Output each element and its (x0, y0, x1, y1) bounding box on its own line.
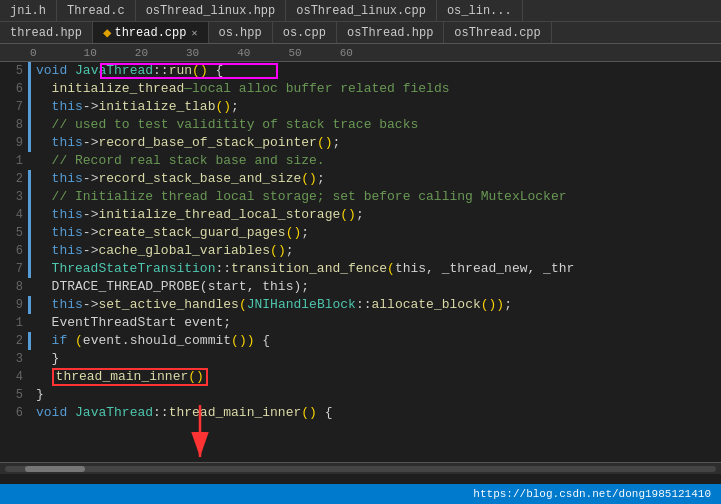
code-area: 5 void JavaThread::run() { 6 initialize_… (0, 62, 721, 462)
tab-label: Thread.c (67, 4, 125, 18)
tab-label: os_lin... (447, 4, 512, 18)
code-line-7: 7 this->initialize_tlab(); (0, 98, 721, 116)
line-content: if (event.should_commit()) { (31, 332, 270, 350)
code-line-11: 2 this->record_stack_base_and_size(); (0, 170, 721, 188)
line-number: 5 (0, 62, 28, 80)
line-content: // Initialize thread local storage; set … (31, 188, 567, 206)
line-content: DTRACE_THREAD_PROBE(start, this); (31, 278, 309, 296)
code-line-20: 2 if (event.should_commit()) { (0, 332, 721, 350)
line-content: void JavaThread::thread_main_inner() { (31, 404, 333, 422)
code-line-21: 3 } (0, 350, 721, 368)
line-content: thread_main_inner() (31, 368, 208, 386)
tab-osthread-linux-cpp[interactable]: osThread_linux.cpp (286, 0, 437, 21)
tab-bar-row2: thread.hpp ◆ thread.cpp ✕ os.hpp os.cpp … (0, 22, 721, 44)
line-content: // used to test validitity of stack trac… (31, 116, 418, 134)
tab-label: jni.h (10, 4, 46, 18)
tab-os-hpp[interactable]: os.hpp (209, 22, 273, 43)
code-line-16: 7 ThreadStateTransition::transition_and_… (0, 260, 721, 278)
line-content: this->create_stack_guard_pages(); (31, 224, 309, 242)
line-content: void JavaThread::run() { (31, 62, 223, 80)
modified-dot: ◆ (103, 24, 111, 41)
line-number: 8 (0, 116, 28, 134)
code-line-22: 4 thread_main_inner() (0, 368, 721, 386)
line-content: } (31, 386, 44, 404)
tab-label: thread.cpp (114, 26, 186, 40)
tab-label: osThread.cpp (454, 26, 540, 40)
horizontal-scrollbar[interactable] (0, 462, 721, 474)
line-content: this->initialize_thread_local_storage(); (31, 206, 364, 224)
code-line-10: 1 // Record real stack base and size. (0, 152, 721, 170)
tab-label: thread.hpp (10, 26, 82, 40)
close-icon[interactable]: ✕ (191, 27, 197, 39)
code-line-15: 6 this->cache_global_variables(); (0, 242, 721, 260)
line-number: 2 (0, 332, 28, 350)
line-content: this->record_stack_base_and_size(); (31, 170, 325, 188)
line-number: 3 (0, 350, 28, 368)
ruler: 0 10 20 30 40 50 60 (0, 44, 721, 62)
line-number: 8 (0, 278, 28, 296)
line-number: 6 (0, 404, 28, 422)
status-bar: https://blog.csdn.net/dong1985121410 (0, 484, 721, 504)
tab-osthread-cpp[interactable]: osThread.cpp (444, 22, 551, 43)
line-number: 7 (0, 98, 28, 116)
code-line-8: 8 // used to test validitity of stack tr… (0, 116, 721, 134)
code-line-19: 1 EventThreadStart event; (0, 314, 721, 332)
tab-os-cpp[interactable]: os.cpp (273, 22, 337, 43)
editor-container: jni.h Thread.c osThread_linux.hpp osThre… (0, 0, 721, 504)
line-content: this->set_active_handles(JNIHandleBlock:… (31, 296, 512, 314)
tab-osthread-linux-hpp[interactable]: osThread_linux.hpp (136, 0, 287, 21)
code-line-18: 9 this->set_active_handles(JNIHandleBloc… (0, 296, 721, 314)
tab-label: os.hpp (219, 26, 262, 40)
line-content: this->record_base_of_stack_pointer(); (31, 134, 340, 152)
code-line-5: 5 void JavaThread::run() { (0, 62, 721, 80)
code-line-14: 5 this->create_stack_guard_pages(); (0, 224, 721, 242)
line-number: 4 (0, 206, 28, 224)
tab-label: os.cpp (283, 26, 326, 40)
code-line-23: 5 } (0, 386, 721, 404)
scrollbar-track (5, 466, 716, 472)
line-number: 5 (0, 386, 28, 404)
line-content: } (31, 350, 59, 368)
code-line-6: 6 initialize_thread—local alloc buffer r… (0, 80, 721, 98)
code-line-17: 8 DTRACE_THREAD_PROBE(start, this); (0, 278, 721, 296)
line-content: this->cache_global_variables(); (31, 242, 294, 260)
tab-bar-row1: jni.h Thread.c osThread_linux.hpp osThre… (0, 0, 721, 22)
line-number: 6 (0, 80, 28, 98)
scrollbar-thumb[interactable] (25, 466, 85, 472)
tab-thread-c[interactable]: Thread.c (57, 0, 136, 21)
tab-label: osThread_linux.hpp (146, 4, 276, 18)
code-line-13: 4 this->initialize_thread_local_storage(… (0, 206, 721, 224)
line-number: 7 (0, 260, 28, 278)
tab-os-lin[interactable]: os_lin... (437, 0, 523, 21)
tab-jni-h[interactable]: jni.h (0, 0, 57, 21)
tab-osthread-hpp[interactable]: osThread.hpp (337, 22, 444, 43)
line-number: 1 (0, 152, 28, 170)
status-url: https://blog.csdn.net/dong1985121410 (473, 488, 711, 500)
line-number: 3 (0, 188, 28, 206)
line-content: ThreadStateTransition::transition_and_fe… (31, 260, 574, 278)
code-line-24: 6 void JavaThread::thread_main_inner() { (0, 404, 721, 422)
line-content: EventThreadStart event; (31, 314, 231, 332)
code-line-12: 3 // Initialize thread local storage; se… (0, 188, 721, 206)
tab-label: osThread.hpp (347, 26, 433, 40)
line-number: 5 (0, 224, 28, 242)
line-number: 2 (0, 170, 28, 188)
line-number: 9 (0, 296, 28, 314)
line-number: 1 (0, 314, 28, 332)
line-number: 6 (0, 242, 28, 260)
line-content: initialize_thread—local alloc buffer rel… (31, 80, 449, 98)
tab-thread-hpp[interactable]: thread.hpp (0, 22, 93, 43)
line-number: 4 (0, 368, 28, 386)
line-content: this->initialize_tlab(); (31, 98, 239, 116)
tab-label: osThread_linux.cpp (296, 4, 426, 18)
line-number: 9 (0, 134, 28, 152)
code-line-9: 9 this->record_base_of_stack_pointer(); (0, 134, 721, 152)
tab-thread-cpp[interactable]: ◆ thread.cpp ✕ (93, 22, 208, 43)
line-content: // Record real stack base and size. (31, 152, 325, 170)
